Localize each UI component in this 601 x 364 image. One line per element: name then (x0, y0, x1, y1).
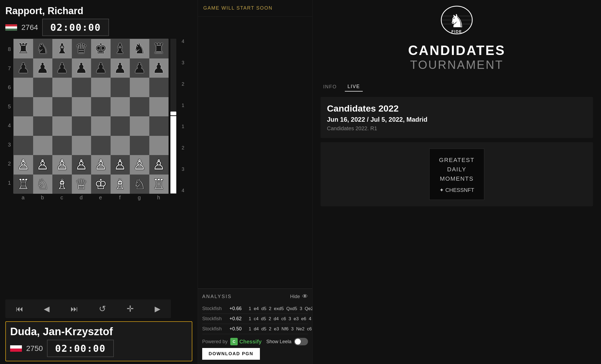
board-cell[interactable] (14, 78, 33, 97)
analysis-row-3: Stockfish +0.50 1 d4 d5 2 e3 Nf6 3 Ne2 c… (202, 324, 308, 334)
board-cell[interactable] (52, 116, 72, 136)
board-cell[interactable]: ♔ (91, 175, 111, 194)
board-cell[interactable] (33, 97, 53, 117)
board-cell[interactable]: ♙ (111, 155, 130, 175)
board-cell[interactable] (52, 97, 72, 117)
chess-piece: ♟ (114, 61, 126, 75)
board-cell[interactable] (14, 136, 33, 155)
board-cell[interactable]: ♞ (33, 39, 53, 58)
first-button[interactable]: ⏮ (12, 302, 27, 315)
board-cell[interactable]: ♚ (91, 39, 111, 58)
board-cell[interactable]: ♟ (14, 58, 33, 78)
leela-toggle[interactable] (294, 338, 308, 345)
rank-label: 5 (5, 97, 13, 116)
analysis-row-1: Stockfish +0.66 1 e4 d5 2 exd5 Qxd5 3 Qe… (202, 304, 308, 314)
download-pgn-button[interactable]: DOWNLOAD PGN (202, 348, 260, 360)
board-cell[interactable]: ♟ (52, 58, 72, 78)
board-cell[interactable]: ♟ (130, 58, 149, 78)
prev-button[interactable]: ◀ (40, 302, 53, 315)
board-cell[interactable]: ♘ (130, 175, 149, 194)
board-cell[interactable] (130, 116, 149, 136)
fide-logo: ♞ FIDE (441, 5, 473, 35)
board-cell[interactable] (33, 116, 53, 136)
board-cell[interactable] (130, 97, 149, 117)
board-cell[interactable]: ♙ (14, 155, 33, 175)
board-cell[interactable] (111, 116, 130, 136)
board-cell[interactable]: ♜ (14, 39, 33, 58)
board-cell[interactable] (14, 116, 33, 136)
tournament-title-card: Candidates 2022 (327, 103, 587, 114)
board-cell[interactable]: ♝ (111, 39, 130, 58)
chess-piece: ♚ (95, 42, 107, 56)
board-cell[interactable]: ♜ (149, 39, 169, 58)
chess-piece: ♞ (36, 42, 49, 56)
powered-by: Powered by C Chessify (202, 338, 262, 345)
board-cell[interactable]: ♙ (72, 155, 91, 175)
main-layout: Rapport, Richard 2764 02:00:00 8 7 6 5 4… (0, 0, 601, 364)
board-cell[interactable] (72, 116, 91, 136)
board-cell[interactable]: ♙ (149, 155, 169, 175)
board-cell[interactable]: ♟ (149, 58, 169, 78)
board-cell[interactable] (33, 78, 53, 97)
rank-label: 3 (5, 135, 13, 155)
eval-score-3: +0.50 (229, 326, 245, 332)
chess-board[interactable]: ♜♞♝♛♚♝♞♜♟♟♟♟♟♟♟♟♙♙♙♙♙♙♙♙♖♘♗♕♔♗♘♖ (13, 39, 168, 193)
board-cell[interactable] (72, 78, 91, 97)
rotate-button[interactable]: ↺ (95, 302, 110, 316)
chess-piece: ♜ (153, 42, 165, 56)
board-cell[interactable] (72, 97, 91, 117)
play-button[interactable]: ▶ (151, 302, 164, 315)
board-cell[interactable] (130, 136, 149, 155)
board-cell[interactable] (91, 116, 111, 136)
board-cell[interactable]: ♝ (52, 39, 72, 58)
board-cell[interactable]: ♟ (91, 58, 111, 78)
board-cell[interactable]: ♙ (130, 155, 149, 175)
board-cell[interactable] (149, 97, 169, 117)
board-cell[interactable] (91, 136, 111, 155)
board-cell[interactable]: ♖ (149, 175, 169, 194)
board-cell[interactable]: ♙ (91, 155, 111, 175)
board-cell[interactable]: ♗ (52, 175, 72, 194)
board-cell[interactable] (14, 97, 33, 117)
chess-piece: ♗ (56, 177, 68, 191)
board-cell[interactable]: ♞ (130, 39, 149, 58)
board-cell[interactable]: ♟ (33, 58, 53, 78)
board-cell[interactable] (91, 78, 111, 97)
board-cell[interactable] (149, 116, 169, 136)
chess-piece: ♙ (153, 158, 165, 172)
board-cell[interactable] (130, 78, 149, 97)
board-cell[interactable]: ♖ (14, 175, 33, 194)
board-cell[interactable] (33, 136, 53, 155)
board-cell[interactable] (149, 136, 169, 155)
board-cell[interactable]: ♟ (111, 58, 130, 78)
board-cell[interactable]: ♙ (33, 155, 53, 175)
board-cell[interactable]: ♗ (111, 175, 130, 194)
hide-button[interactable]: Hide 👁 (290, 293, 308, 300)
board-cell[interactable]: ♟ (72, 58, 91, 78)
chess-piece: ♙ (17, 158, 30, 172)
board-cell[interactable]: ♘ (33, 175, 53, 194)
eye-icon: 👁 (302, 293, 308, 300)
live-tab[interactable]: LIVE (345, 82, 363, 92)
board-cell[interactable]: ♛ (72, 39, 91, 58)
board-cell[interactable] (149, 78, 169, 97)
board-cell[interactable] (111, 136, 130, 155)
board-cell[interactable]: ♙ (52, 155, 72, 175)
show-leela-row: Show Leela (266, 338, 308, 345)
board-cell[interactable] (111, 78, 130, 97)
powered-by-label: Powered by (202, 339, 228, 345)
board-cell[interactable] (111, 97, 130, 117)
info-tab[interactable]: INFO (321, 82, 339, 92)
board-cell[interactable] (91, 97, 111, 117)
chessnft-brand-text: ✦ CHESSNFT (439, 187, 474, 193)
cursor-button[interactable]: ✛ (123, 302, 138, 316)
game-status: GAME WILL START SOON (203, 5, 307, 11)
board-cell[interactable] (52, 136, 72, 155)
board-cell[interactable] (52, 78, 72, 97)
bottom-player-flag (10, 345, 22, 352)
next-skip-button[interactable]: ⏭ (67, 302, 82, 315)
file-labels: a b c d e f g h (13, 193, 168, 202)
board-cell[interactable]: ♕ (72, 175, 91, 194)
file-label-f: f (110, 195, 130, 201)
board-cell[interactable] (72, 136, 91, 155)
